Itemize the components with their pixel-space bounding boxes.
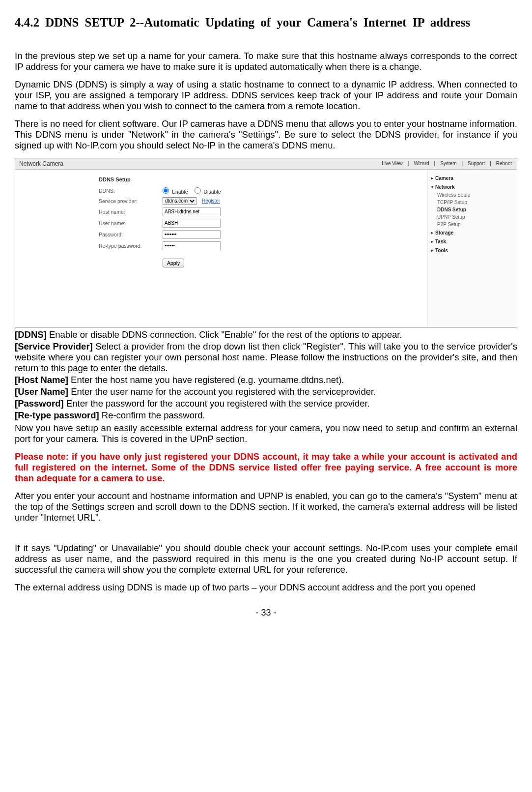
hostname-input[interactable] — [163, 207, 221, 216]
post-para-1: Now you have setup an easily accessible … — [15, 423, 517, 444]
menu-liveview[interactable]: Live View — [381, 161, 404, 166]
enable-label: Enable — [172, 189, 188, 195]
password-label: Password: — [99, 232, 163, 237]
def-retype-password: [Re-type password] Re-confirm the passwo… — [15, 410, 517, 421]
service-provider-select[interactable]: dtdns.com — [163, 197, 196, 205]
username-label: User name: — [99, 220, 163, 226]
chevron-right-icon: ▸ — [431, 176, 433, 180]
app-title: Network Camera — [19, 160, 63, 167]
apply-button[interactable]: Apply — [163, 259, 184, 267]
ddns-form: DDNS Setup DDNS: Enable Disable Service … — [15, 170, 427, 327]
warning-note: Please note: if you have only just regis… — [15, 451, 517, 484]
def-username: [User Name] Enter the user name for the … — [15, 386, 517, 397]
def-ddns: [DDNS] Enable or disable DDNS connection… — [15, 329, 517, 340]
paragraph-3: There is no need for client software. Ou… — [15, 118, 517, 151]
page-number: - 33 - — [15, 608, 517, 618]
disable-label: Disable — [203, 189, 221, 195]
screenshot-topbar: Network Camera Live View | Wizard | Syst… — [15, 158, 517, 170]
sidebar-wireless[interactable]: Wireless Setup — [430, 191, 514, 199]
chevron-right-icon: ▸ — [431, 239, 433, 244]
post-para-4: The external address using DDNS is made … — [15, 582, 517, 593]
menu-support[interactable]: Support — [467, 161, 486, 166]
ddns-label: DDNS: — [99, 188, 163, 194]
sidebar-camera[interactable]: ▸Camera — [430, 174, 514, 182]
menu-system[interactable]: System — [439, 161, 457, 166]
def-password: [Password] Enter the password for the ac… — [15, 398, 517, 409]
chevron-down-icon: ▸ — [430, 186, 435, 188]
hostname-label: Host name: — [99, 209, 163, 215]
sidebar-tools[interactable]: ▸Tools — [430, 246, 514, 255]
paragraph-1: In the previous step we set up a name fo… — [15, 51, 517, 72]
retype-password-label: Re-type password: — [99, 243, 163, 249]
sidebar-network[interactable]: ▸Network — [430, 182, 514, 191]
chevron-right-icon: ▸ — [431, 248, 433, 253]
register-link[interactable]: Register — [202, 198, 220, 204]
sidebar-p2p[interactable]: P2P Setup — [430, 221, 514, 228]
ddns-screenshot: Network Camera Live View | Wizard | Syst… — [15, 158, 517, 327]
sidebar-tcpip[interactable]: TCP/IP Setup — [430, 199, 514, 206]
section-heading: 4.4.2 DDNS SETUP 2--Automatic Updating o… — [15, 10, 517, 36]
top-menu: Live View | Wizard | System | Support | … — [381, 161, 513, 166]
form-title: DDNS Setup — [99, 176, 427, 182]
post-para-3: If it says "Updating" or Unavailable" yo… — [15, 543, 517, 575]
username-input[interactable] — [163, 219, 221, 228]
menu-reboot[interactable]: Reboot — [495, 161, 513, 166]
paragraph-2: Dynamic DNS (DDNS) is simply a way of us… — [15, 79, 517, 112]
menu-wizard[interactable]: Wizard — [413, 161, 430, 166]
chevron-right-icon: ▸ — [431, 231, 433, 235]
password-input[interactable] — [163, 230, 221, 239]
post-para-2: After you enter your account and hostnam… — [15, 491, 517, 523]
ddns-enable-radio[interactable] — [163, 187, 169, 194]
sidebar-storage[interactable]: ▸Storage — [430, 228, 514, 237]
sidebar-ddns[interactable]: DDNS Setup — [430, 206, 514, 213]
def-service-provider: [Service Provider] Select a provider fro… — [15, 341, 517, 374]
sidebar-upnp[interactable]: UPNP Setup — [430, 213, 514, 221]
def-hostname: [Host Name] Enter the host name you have… — [15, 375, 517, 385]
settings-sidebar: ▸Camera ▸Network Wireless Setup TCP/IP S… — [427, 170, 517, 327]
sidebar-task[interactable]: ▸Task — [430, 237, 514, 246]
retype-password-input[interactable] — [163, 241, 221, 250]
ddns-disable-radio[interactable] — [195, 187, 201, 194]
sp-label: Service provider: — [99, 198, 163, 204]
